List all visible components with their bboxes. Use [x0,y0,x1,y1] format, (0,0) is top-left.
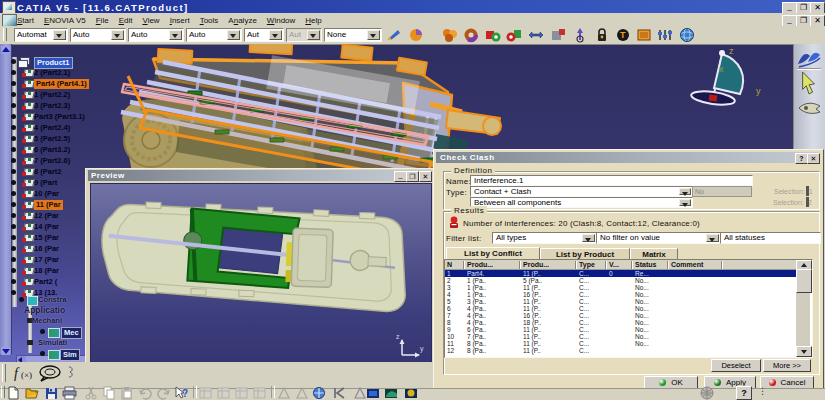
svg-text:T: T [620,30,626,40]
svg-text:?: ? [182,388,188,399]
svg-text:y: y [756,86,761,96]
svg-text:(×): (×) [21,370,32,380]
svg-text:f: f [14,366,20,381]
svg-text:x: x [719,64,724,74]
svg-text:z: z [396,333,400,340]
svg-text:z: z [729,46,734,56]
svg-text:y: y [420,345,424,353]
